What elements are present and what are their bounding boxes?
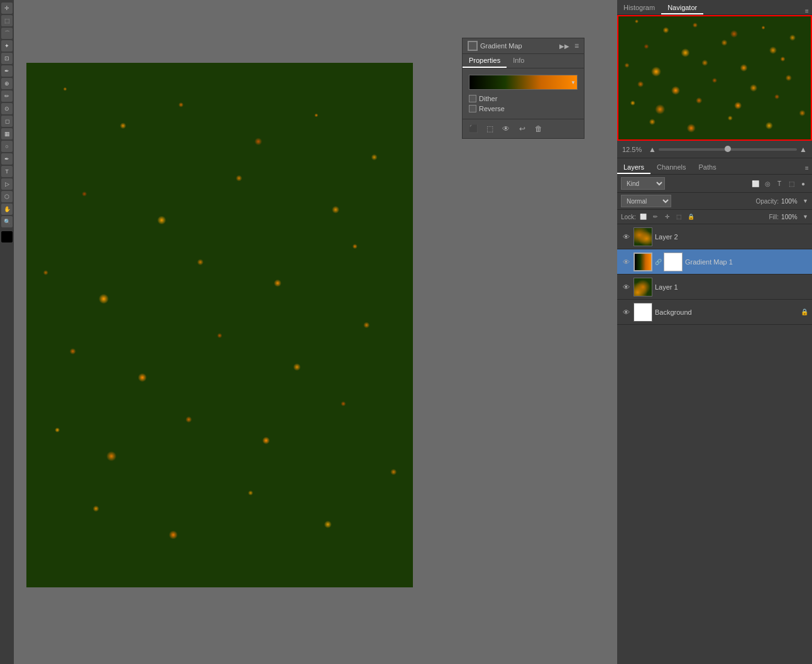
filter-color-icon[interactable]: ● xyxy=(798,178,808,188)
background-visibility-icon[interactable]: 👁 xyxy=(621,307,631,317)
dither-checkbox-row[interactable]: Dither xyxy=(469,95,578,102)
properties-panel: Gradient Map ▶▶ ≡ Properties Info ▼ Dith… xyxy=(462,38,584,139)
tool-crop[interactable]: ⊡ xyxy=(1,53,13,64)
dither-checkbox[interactable] xyxy=(469,95,476,102)
lock-all-icon[interactable]: 🔒 xyxy=(686,212,696,222)
fill-label: Fill: xyxy=(769,214,779,220)
layers-list: 👁 Layer 2 👁 🔗 Gradient Map 1 👁 Layer 1 👁 xyxy=(617,224,812,664)
gradient-map-thumbnail xyxy=(634,253,652,271)
zoom-slider-thumb xyxy=(725,146,731,152)
gradient-arrow-icon: ▼ xyxy=(571,80,576,85)
tool-stamp[interactable]: ⊙ xyxy=(1,103,13,114)
opacity-label: Opacity: xyxy=(755,198,779,205)
tool-dodge[interactable]: ○ xyxy=(1,141,13,152)
tab-histogram[interactable]: Histogram xyxy=(617,2,661,14)
navigator-preview xyxy=(617,15,812,141)
fill-dropdown[interactable]: ▼ xyxy=(803,214,808,220)
zoom-value: 12.5% xyxy=(622,146,646,153)
gradient-map-name: Gradient Map 1 xyxy=(685,258,808,266)
lock-move-icon[interactable]: ✛ xyxy=(662,212,672,222)
left-toolbar: ✛ ⬚ ⌒ ✦ ⊡ ✒ ⊕ ✏ ⊙ ◻ ▦ ○ ✒ T ▷ ⬡ ✋ 🔍 xyxy=(0,0,14,664)
canvas-texture xyxy=(26,63,413,587)
layer1-name: Layer 1 xyxy=(655,283,808,291)
zoom-bar: 12.5% ▲ ▲ xyxy=(617,141,812,158)
tool-brush[interactable]: ✏ xyxy=(1,90,13,102)
tool-hand[interactable]: ✋ xyxy=(1,204,13,215)
main-canvas xyxy=(26,63,413,587)
tool-heal[interactable]: ⊕ xyxy=(1,78,13,89)
layers-tab-bar: Layers Channels Paths ≡ xyxy=(617,158,812,175)
tab-paths[interactable]: Paths xyxy=(693,161,723,174)
tool-select[interactable]: ⬚ xyxy=(1,15,13,26)
gradient-map-visibility-icon[interactable]: 👁 xyxy=(621,257,631,267)
layer-item-layer1[interactable]: 👁 Layer 1 xyxy=(617,275,812,300)
filter-type-icon[interactable]: T xyxy=(774,178,784,188)
zoom-slider[interactable] xyxy=(659,148,797,151)
properties-eye-icon[interactable]: 👁 xyxy=(500,123,512,134)
properties-expand-icon[interactable]: ▶▶ xyxy=(559,43,569,50)
tool-path-select[interactable]: ▷ xyxy=(1,178,13,190)
layer2-thumbnail xyxy=(634,227,652,246)
properties-mask-icon[interactable]: ⬛ xyxy=(468,123,479,134)
gradient-map-mask xyxy=(664,253,683,271)
blend-mode-select[interactable]: Normal xyxy=(621,195,671,207)
filter-adjustment-icon[interactable]: ◎ xyxy=(762,178,772,188)
background-lock-icon: 🔒 xyxy=(801,308,808,316)
layer2-visibility-icon[interactable]: 👁 xyxy=(621,232,631,242)
tool-shape[interactable]: ⬡ xyxy=(1,191,13,202)
zoom-increase-icon[interactable]: ▲ xyxy=(799,145,807,154)
tool-zoom[interactable]: 🔍 xyxy=(1,216,13,227)
layers-tab-menu[interactable]: ≡ xyxy=(802,165,812,174)
gradient-map-icon xyxy=(468,41,478,51)
tool-pen[interactable]: ✒ xyxy=(1,153,13,165)
tool-gradient[interactable]: ▦ xyxy=(1,128,13,139)
reverse-checkbox-row[interactable]: Reverse xyxy=(469,105,578,112)
tool-eraser[interactable]: ◻ xyxy=(1,116,13,127)
navigator-texture xyxy=(617,15,812,141)
right-panel: Histogram Navigator ≡ 12.5% ▲ ▲ Layers C… xyxy=(617,0,812,664)
tool-lasso[interactable]: ⌒ xyxy=(1,28,13,39)
layer-item-layer2[interactable]: 👁 Layer 2 xyxy=(617,224,812,249)
filter-smart-icon[interactable]: ⬚ xyxy=(786,178,796,188)
background-thumbnail xyxy=(634,303,652,322)
filter-kind-select[interactable]: Kind xyxy=(621,177,665,190)
lock-transparency-icon[interactable]: ⬜ xyxy=(639,212,649,222)
properties-menu-icon[interactable]: ≡ xyxy=(574,41,579,50)
layer-blend-row: Normal Opacity: 100% ▼ xyxy=(617,193,812,210)
layer-item-gradient-map[interactable]: 👁 🔗 Gradient Map 1 xyxy=(617,249,812,275)
properties-clip-icon[interactable]: ⬚ xyxy=(484,123,495,134)
properties-checkboxes: Dither Reverse xyxy=(469,95,578,112)
tab-info[interactable]: Info xyxy=(507,54,530,68)
layer2-name: Layer 2 xyxy=(655,233,808,241)
fill-value: 100% xyxy=(781,214,800,220)
properties-undo-icon[interactable]: ↩ xyxy=(517,123,528,134)
gradient-map-link-icon: 🔗 xyxy=(655,259,661,265)
layer1-visibility-icon[interactable]: 👁 xyxy=(621,282,631,292)
properties-title: Gradient Map xyxy=(480,42,557,50)
layer-item-background[interactable]: 👁 Background 🔒 xyxy=(617,300,812,325)
tool-eyedropper[interactable]: ✒ xyxy=(1,65,13,77)
filter-icons: ⬜ ◎ T ⬚ ● xyxy=(750,178,808,188)
tab-channels[interactable]: Channels xyxy=(650,161,692,174)
opacity-dropdown[interactable]: ▼ xyxy=(803,198,808,204)
filter-pixel-icon[interactable]: ⬜ xyxy=(750,178,760,188)
tool-wand[interactable]: ✦ xyxy=(1,40,13,52)
navigator-tab-menu[interactable]: ≡ xyxy=(802,8,812,14)
tab-layers[interactable]: Layers xyxy=(617,161,650,174)
properties-delete-icon[interactable]: 🗑 xyxy=(533,123,544,134)
opacity-value: 100% xyxy=(781,198,800,205)
tool-move[interactable]: ✛ xyxy=(1,3,13,14)
background-name: Background xyxy=(655,308,798,316)
tab-properties[interactable]: Properties xyxy=(463,54,507,68)
tab-navigator[interactable]: Navigator xyxy=(661,2,703,14)
zoom-decrease-icon[interactable]: ▲ xyxy=(649,145,656,154)
lock-paint-icon[interactable]: ✏ xyxy=(650,212,661,222)
gradient-preview[interactable]: ▼ xyxy=(469,75,578,90)
tool-text[interactable]: T xyxy=(1,166,13,177)
foreground-color[interactable] xyxy=(1,231,13,242)
properties-header: Gradient Map ▶▶ ≡ xyxy=(463,38,584,54)
lock-artboard-icon[interactable]: ⬚ xyxy=(674,212,684,222)
reverse-checkbox[interactable] xyxy=(469,105,476,112)
layer-lock-row: Lock: ⬜ ✏ ✛ ⬚ 🔒 Fill: 100% ▼ xyxy=(617,210,812,224)
layer1-thumbnail xyxy=(634,278,652,297)
